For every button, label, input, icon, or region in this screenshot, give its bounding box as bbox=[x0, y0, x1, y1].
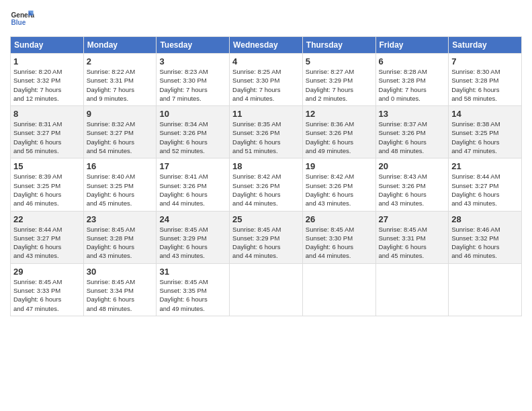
cell-info-line: Sunset: 3:28 PM bbox=[451, 76, 519, 85]
cell-info-line: and 12 minutes. bbox=[13, 94, 81, 103]
cell-info-line: Daylight: 6 hours bbox=[306, 138, 373, 146]
cell-info-line: Sunset: 3:29 PM bbox=[159, 234, 226, 242]
cell-info-line: Daylight: 6 hours bbox=[379, 242, 446, 251]
cell-info-line: Sunset: 3:32 PM bbox=[13, 76, 81, 85]
cell-day-9: 9Sunrise: 8:32 AMSunset: 3:27 PMDaylight… bbox=[83, 106, 157, 158]
cell-info-line: and 49 minutes. bbox=[306, 146, 373, 155]
cell-day-17: 17Sunrise: 8:41 AMSunset: 3:26 PMDayligh… bbox=[157, 158, 230, 211]
cell-info-line: Daylight: 6 hours bbox=[13, 242, 81, 251]
week-row-3: 15Sunrise: 8:39 AMSunset: 3:25 PMDayligh… bbox=[11, 158, 522, 211]
cell-day-19: 19Sunrise: 8:42 AMSunset: 3:26 PMDayligh… bbox=[302, 158, 375, 211]
week-row-2: 8Sunrise: 8:31 AMSunset: 3:27 PMDaylight… bbox=[11, 106, 522, 158]
day-number: 10 bbox=[159, 109, 226, 119]
cell-info-line: Sunrise: 8:45 AM bbox=[87, 225, 154, 234]
cell-info-line: Sunset: 3:33 PM bbox=[13, 286, 81, 295]
cell-info-line: Sunrise: 8:25 AM bbox=[232, 67, 300, 76]
cell-info-line: Sunrise: 8:27 AM bbox=[306, 67, 373, 76]
cell-info-line: Sunrise: 8:45 AM bbox=[87, 277, 154, 286]
cell-day-14: 14Sunrise: 8:38 AMSunset: 3:25 PMDayligh… bbox=[449, 106, 522, 158]
cell-info-line: Daylight: 7 hours bbox=[87, 85, 154, 94]
cell-day-28: 28Sunrise: 8:46 AMSunset: 3:32 PMDayligh… bbox=[449, 211, 522, 263]
cell-info-line: Daylight: 6 hours bbox=[451, 242, 519, 251]
cell-info-line: Sunrise: 8:45 AM bbox=[306, 225, 373, 234]
day-number: 11 bbox=[232, 109, 300, 119]
cell-info-line: Sunset: 3:30 PM bbox=[159, 76, 226, 85]
cell-info-line: Daylight: 6 hours bbox=[87, 295, 154, 304]
cell-info-line: Sunset: 3:27 PM bbox=[87, 128, 154, 137]
cell-info-line: Sunrise: 8:42 AM bbox=[306, 172, 373, 181]
cell-info-line: Daylight: 7 hours bbox=[232, 85, 300, 94]
cell-info-line: Sunset: 3:31 PM bbox=[379, 234, 446, 242]
cell-day-16: 16Sunrise: 8:40 AMSunset: 3:25 PMDayligh… bbox=[83, 158, 157, 211]
cell-info-line: Sunrise: 8:28 AM bbox=[379, 67, 446, 76]
day-number: 28 bbox=[451, 214, 519, 224]
cell-info-line: Sunset: 3:26 PM bbox=[159, 128, 226, 137]
cell-info-line: Sunrise: 8:34 AM bbox=[159, 120, 226, 128]
cell-info-line: Sunrise: 8:44 AM bbox=[13, 225, 81, 234]
day-number: 12 bbox=[306, 109, 373, 119]
cell-day-24: 24Sunrise: 8:45 AMSunset: 3:29 PMDayligh… bbox=[157, 211, 230, 263]
cell-info-line: Sunset: 3:25 PM bbox=[451, 128, 519, 137]
cell-info-line: Sunrise: 8:35 AM bbox=[232, 120, 300, 128]
cell-day-15: 15Sunrise: 8:39 AMSunset: 3:25 PMDayligh… bbox=[11, 158, 84, 211]
cell-info-line: and 44 minutes. bbox=[159, 199, 226, 208]
cell-info-line: and 43 minutes. bbox=[306, 199, 373, 208]
cell-day-26: 26Sunrise: 8:45 AMSunset: 3:30 PMDayligh… bbox=[302, 211, 375, 263]
cell-info-line: Sunset: 3:28 PM bbox=[87, 234, 154, 242]
cell-info-line: Daylight: 6 hours bbox=[159, 190, 226, 199]
cell-info-line: Sunset: 3:30 PM bbox=[306, 234, 373, 242]
cell-info-line: Sunset: 3:29 PM bbox=[306, 76, 373, 85]
cell-info-line: Sunrise: 8:23 AM bbox=[159, 67, 226, 76]
cell-info-line: and 45 minutes. bbox=[87, 199, 154, 208]
cell-info-line: Sunset: 3:34 PM bbox=[87, 286, 154, 295]
cell-info-line: and 49 minutes. bbox=[159, 304, 226, 313]
day-number: 16 bbox=[87, 161, 154, 171]
cell-info-line: Sunset: 3:25 PM bbox=[13, 181, 81, 190]
cell-info-line: Daylight: 6 hours bbox=[451, 190, 519, 199]
cell-info-line: and 43 minutes. bbox=[159, 251, 226, 260]
cell-info-line: Sunrise: 8:43 AM bbox=[379, 172, 446, 181]
cell-info-line: Sunrise: 8:46 AM bbox=[451, 225, 519, 234]
cell-day-6: 6Sunrise: 8:28 AMSunset: 3:28 PMDaylight… bbox=[375, 54, 449, 106]
calendar-table: SundayMondayTuesdayWednesdayThursdayFrid… bbox=[10, 36, 522, 316]
day-number: 15 bbox=[13, 161, 81, 171]
day-number: 22 bbox=[13, 214, 81, 224]
cell-info-line: Sunrise: 8:40 AM bbox=[87, 172, 154, 181]
header-day-friday: Friday bbox=[375, 37, 449, 54]
week-row-1: 1Sunrise: 8:20 AMSunset: 3:32 PMDaylight… bbox=[11, 54, 522, 106]
cell-info-line: Sunrise: 8:45 AM bbox=[159, 277, 226, 286]
header-row: General Blue bbox=[10, 7, 522, 31]
cell-day-12: 12Sunrise: 8:36 AMSunset: 3:26 PMDayligh… bbox=[302, 106, 375, 158]
cell-info-line: and 43 minutes. bbox=[87, 251, 154, 260]
cell-info-line: Sunset: 3:26 PM bbox=[379, 181, 446, 190]
cell-info-line: and 43 minutes. bbox=[13, 251, 81, 260]
cell-info-line: Sunrise: 8:36 AM bbox=[306, 120, 373, 128]
svg-text:Blue: Blue bbox=[11, 19, 26, 26]
cell-info-line: Sunset: 3:30 PM bbox=[232, 76, 300, 85]
cell-info-line: Sunset: 3:25 PM bbox=[87, 181, 154, 190]
cell-day-10: 10Sunrise: 8:34 AMSunset: 3:26 PMDayligh… bbox=[157, 106, 230, 158]
cell-day-13: 13Sunrise: 8:37 AMSunset: 3:26 PMDayligh… bbox=[375, 106, 449, 158]
cell-info-line: and 48 minutes. bbox=[87, 304, 154, 313]
cell-info-line: Sunrise: 8:44 AM bbox=[451, 172, 519, 181]
day-number: 19 bbox=[306, 161, 373, 171]
cell-info-line: and 43 minutes. bbox=[451, 199, 519, 208]
cell-info-line: and 43 minutes. bbox=[379, 199, 446, 208]
cell-info-line: Sunset: 3:31 PM bbox=[87, 76, 154, 85]
cell-info-line: Sunrise: 8:39 AM bbox=[13, 172, 81, 181]
cell-day-empty bbox=[375, 263, 449, 316]
cell-day-4: 4Sunrise: 8:25 AMSunset: 3:30 PMDaylight… bbox=[230, 54, 303, 106]
cell-info-line: Sunrise: 8:45 AM bbox=[232, 225, 300, 234]
cell-info-line: Sunset: 3:32 PM bbox=[451, 234, 519, 242]
day-number: 3 bbox=[159, 56, 226, 66]
cell-day-2: 2Sunrise: 8:22 AMSunset: 3:31 PMDaylight… bbox=[83, 54, 157, 106]
cell-info-line: Sunrise: 8:20 AM bbox=[13, 67, 81, 76]
cell-info-line: Daylight: 6 hours bbox=[232, 242, 300, 251]
cell-info-line: Daylight: 7 hours bbox=[159, 85, 226, 94]
day-number: 13 bbox=[379, 109, 446, 119]
cell-info-line: Sunset: 3:28 PM bbox=[379, 76, 446, 85]
day-number: 29 bbox=[13, 267, 81, 277]
day-number: 27 bbox=[379, 214, 446, 224]
cell-info-line: Sunrise: 8:22 AM bbox=[87, 67, 154, 76]
cell-info-line: Sunset: 3:26 PM bbox=[306, 181, 373, 190]
